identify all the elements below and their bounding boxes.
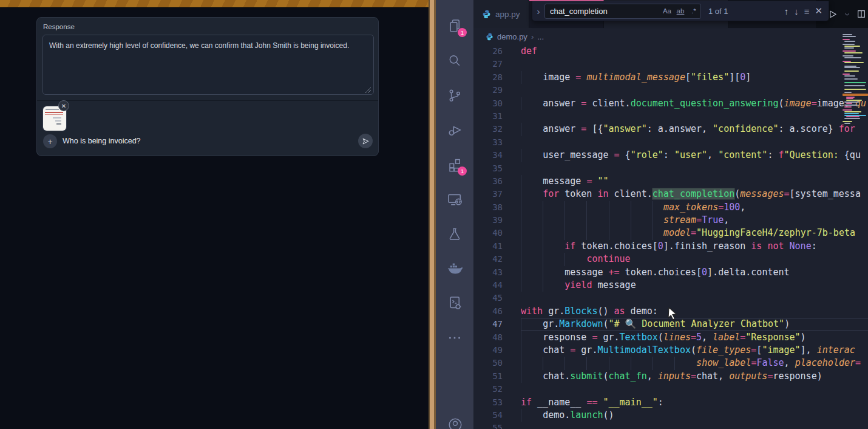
explorer-icon[interactable]: 1 bbox=[442, 9, 467, 43]
run-debug-icon[interactable] bbox=[442, 112, 467, 147]
minimap-row bbox=[844, 89, 866, 90]
code-line-49[interactable]: 49chat = gr.MultimodalTextbox(file_types… bbox=[473, 344, 868, 357]
browser-panel: Response With an extremely high level of… bbox=[0, 0, 429, 429]
minimap-row bbox=[844, 62, 864, 63]
line-number: 35 bbox=[473, 162, 521, 175]
line-number: 34 bbox=[473, 149, 521, 162]
code-line-33[interactable]: 33 bbox=[473, 136, 868, 149]
match-case-toggle[interactable]: Aa bbox=[660, 7, 674, 15]
find-query-text[interactable]: chat_completion bbox=[545, 7, 660, 16]
code-line-37[interactable]: 37for token in client.chat_completion(me… bbox=[473, 188, 868, 201]
code-line-29[interactable]: 29 bbox=[473, 84, 868, 97]
split-editor-icon[interactable] bbox=[856, 9, 866, 19]
code-line-54[interactable]: 54demo.launch() bbox=[473, 409, 868, 422]
code-line-44[interactable]: 44yield message bbox=[473, 279, 868, 292]
extensions-icon[interactable]: 1 bbox=[442, 147, 467, 182]
response-label: Response bbox=[43, 23, 75, 30]
code-line-27[interactable]: 27 bbox=[473, 58, 868, 70]
code-text: message += token.choices[0].delta.conten… bbox=[521, 266, 868, 279]
code-text: show_label=False, placeholder= bbox=[521, 357, 868, 369]
source-control-icon[interactable] bbox=[442, 78, 467, 112]
line-number: 43 bbox=[473, 266, 521, 279]
code-line-52[interactable]: 52 bbox=[473, 383, 868, 396]
search-icon[interactable] bbox=[442, 43, 467, 78]
next-match-icon[interactable]: ↓ bbox=[794, 6, 799, 16]
code-line-43[interactable]: 43message += token.choices[0].delta.cont… bbox=[473, 266, 868, 279]
chat-input[interactable]: Who is being invoiced? bbox=[63, 137, 141, 145]
tab-app-py[interactable]: app.py bbox=[473, 0, 529, 28]
code-text: answer = client.document_question_answer… bbox=[521, 97, 868, 110]
minimap-row bbox=[843, 59, 868, 60]
account-icon[interactable] bbox=[447, 417, 463, 429]
code-text bbox=[521, 383, 868, 396]
find-expand-chevron-icon[interactable]: › bbox=[532, 6, 544, 16]
code-line-53[interactable]: 53if __name__ == "__main__": bbox=[473, 396, 868, 409]
minimap-row bbox=[843, 72, 868, 74]
find-in-selection-icon[interactable]: ≡ bbox=[804, 6, 810, 16]
minimap-row bbox=[844, 106, 852, 108]
code-line-35[interactable]: 35 bbox=[473, 162, 868, 175]
code-line-47[interactable]: 47gr.Markdown("# 🔍 Document Analyzer Cha… bbox=[473, 318, 868, 331]
remove-attachment-button[interactable]: ✕ bbox=[58, 100, 69, 111]
minimap-row bbox=[843, 69, 868, 70]
code-line-32[interactable]: 32answer = [{"answer": a.answer, "confid… bbox=[473, 123, 868, 136]
code-line-55[interactable]: 55 bbox=[473, 422, 868, 429]
code-text bbox=[521, 422, 868, 429]
line-number: 29 bbox=[473, 84, 521, 97]
code-line-26[interactable]: 26def bbox=[473, 45, 868, 58]
code-text: def bbox=[521, 45, 868, 58]
task-config-icon[interactable] bbox=[442, 286, 467, 320]
minimap-row bbox=[844, 92, 852, 93]
find-results-count: 1 of 1 bbox=[708, 7, 728, 16]
docker-icon[interactable] bbox=[442, 251, 467, 286]
code-text: for token in client.chat_completion(mess… bbox=[521, 188, 868, 201]
code-line-48[interactable]: 48response = gr.Textbox(lines=5, label="… bbox=[473, 331, 868, 344]
code-line-46[interactable]: 46with gr.Blocks() as demo: bbox=[473, 305, 868, 318]
code-text: user_message = {"role": "user", "content… bbox=[521, 149, 868, 162]
textarea-resize-grip[interactable] bbox=[365, 88, 371, 93]
code-line-45[interactable]: 45 bbox=[473, 292, 868, 304]
line-number: 55 bbox=[473, 422, 521, 429]
chat-input-section: ✕ + Who is being invoiced? bbox=[37, 100, 378, 156]
code-line-41[interactable]: 41if token.choices[0].finish_reason is n… bbox=[473, 240, 868, 253]
minimap-row bbox=[843, 36, 856, 37]
code-line-51[interactable]: 51chat.submit(chat_fn, inputs=chat, outp… bbox=[473, 370, 868, 383]
line-number: 53 bbox=[473, 396, 521, 409]
whole-word-toggle[interactable]: ab bbox=[674, 7, 687, 15]
response-textarea[interactable]: With an extremely high level of confiden… bbox=[42, 35, 374, 95]
explorer-badge: 1 bbox=[458, 28, 467, 37]
code-lines: 26def2728image = multimodal_message["fil… bbox=[473, 45, 868, 429]
line-number: 54 bbox=[473, 409, 521, 422]
line-number: 42 bbox=[473, 253, 521, 266]
regex-toggle[interactable]: .* bbox=[687, 7, 700, 15]
code-line-34[interactable]: 34user_message = {"role": "user", "conte… bbox=[473, 149, 868, 162]
close-find-icon[interactable]: ✕ bbox=[815, 5, 822, 16]
run-dropdown-chevron-icon[interactable] bbox=[844, 11, 850, 18]
line-number: 33 bbox=[473, 136, 521, 149]
add-file-button[interactable]: + bbox=[43, 134, 57, 148]
line-number: 26 bbox=[473, 45, 521, 58]
more-actions-icon[interactable] bbox=[442, 320, 467, 355]
line-number: 31 bbox=[473, 110, 521, 123]
code-line-42[interactable]: 42continue bbox=[473, 253, 868, 266]
code-line-31[interactable]: 31 bbox=[473, 110, 868, 123]
gradio-card: Response With an extremely high level of… bbox=[36, 17, 379, 156]
code-line-40[interactable]: 40model="HuggingFaceH4/zephyr-7b-beta bbox=[473, 227, 868, 239]
send-button[interactable] bbox=[358, 134, 373, 148]
code-line-30[interactable]: 30answer = client.document_question_answ… bbox=[473, 97, 868, 110]
code-line-50[interactable]: 50show_label=False, placeholder= bbox=[473, 357, 868, 369]
test-beaker-icon[interactable] bbox=[442, 216, 467, 251]
code-line-39[interactable]: 39stream=True, bbox=[473, 214, 868, 227]
code-line-28[interactable]: 28image = multimodal_message["files"][0] bbox=[473, 71, 868, 84]
vscode-panel: 1 1 bbox=[436, 0, 868, 429]
code-line-36[interactable]: 36message = "" bbox=[473, 175, 868, 188]
breadcrumb-symbol[interactable]: ... bbox=[537, 32, 544, 41]
find-input[interactable]: chat_completion Aa ab .* bbox=[544, 4, 701, 19]
remote-explorer-icon[interactable] bbox=[442, 182, 467, 216]
previous-match-icon[interactable]: ↑ bbox=[784, 6, 789, 16]
minimap-row bbox=[844, 113, 859, 114]
breadcrumb-file[interactable]: demo.py bbox=[497, 32, 527, 41]
minimap[interactable] bbox=[843, 29, 868, 369]
code-line-38[interactable]: 38max_tokens=100, bbox=[473, 201, 868, 214]
code-text: if __name__ == "__main__": bbox=[521, 396, 868, 409]
